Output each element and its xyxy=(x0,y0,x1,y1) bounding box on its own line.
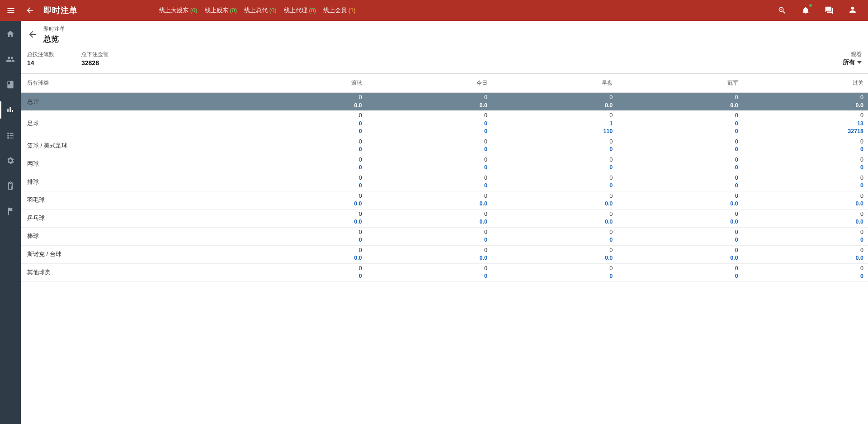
user-icon[interactable] xyxy=(847,5,858,16)
summary-bar: 总投注笔数 14 总下注金额 32828 观看 所有 xyxy=(21,47,868,74)
column-header: 早盘 xyxy=(492,74,617,93)
row-label[interactable]: 网球 xyxy=(21,155,241,173)
row-label[interactable]: 排球 xyxy=(21,173,241,191)
data-cell: 00 xyxy=(367,155,492,173)
gear-icon[interactable] xyxy=(0,154,21,167)
table-row[interactable]: 乒乓球00.000.000.000.000.0 xyxy=(21,209,868,227)
data-cell: 00.0 xyxy=(367,245,492,263)
column-header: 滚球 xyxy=(241,74,366,93)
data-cell: 00 xyxy=(241,227,366,245)
data-cell: 00 xyxy=(241,137,366,155)
data-cell: 00.0 xyxy=(617,209,742,227)
app-title: 即时注单 xyxy=(43,5,78,16)
data-cell: 00 xyxy=(241,263,366,281)
back-arrow-icon[interactable] xyxy=(24,5,35,16)
column-header: 所有球类 xyxy=(21,74,241,93)
row-label[interactable]: 斯诺克 / 台球 xyxy=(21,245,241,263)
row-label[interactable]: 乒乓球 xyxy=(21,209,241,227)
table-row[interactable]: 篮球 / 美式足球0000000000 xyxy=(21,137,868,155)
row-label[interactable]: 棒球 xyxy=(21,227,241,245)
online-status-item: 线上大股东 (0) xyxy=(159,6,198,14)
chevron-down-icon xyxy=(857,61,862,64)
data-cell: 00.0 xyxy=(367,209,492,227)
data-cell: 00.0 xyxy=(241,93,366,111)
data-cell: 00 xyxy=(241,173,366,191)
online-status-item: 线上股东 (0) xyxy=(205,6,237,14)
menu-icon[interactable] xyxy=(5,5,16,16)
data-cell: 00 xyxy=(492,263,617,281)
table-row-total[interactable]: 总计00.000.000.000.000.0 xyxy=(21,93,868,111)
data-cell: 00 xyxy=(492,227,617,245)
book-icon[interactable] xyxy=(0,78,21,91)
data-cell: 00.0 xyxy=(743,209,868,227)
data-cell: 00.0 xyxy=(743,93,868,111)
data-cell: 00 xyxy=(743,263,868,281)
row-label[interactable]: 篮球 / 美式足球 xyxy=(21,137,241,155)
page-back-icon[interactable] xyxy=(27,29,38,40)
clipboard-icon[interactable] xyxy=(0,179,21,193)
data-cell: 00 xyxy=(367,173,492,191)
column-header: 今日 xyxy=(367,74,492,93)
data-cell: 01332718 xyxy=(743,111,868,137)
data-cell: 00.0 xyxy=(492,209,617,227)
online-status-bar: 线上大股东 (0)线上股东 (0)线上总代 (0)线上代理 (0)线上会员 (1… xyxy=(159,6,356,14)
table-row[interactable]: 棒球0000000000 xyxy=(21,227,868,245)
data-cell: 00 xyxy=(492,173,617,191)
total-stake-label: 总下注金额 xyxy=(81,51,108,58)
table-row[interactable]: 足球0000000111000001332718 xyxy=(21,111,868,137)
data-cell: 00 xyxy=(367,227,492,245)
data-cell: 00 xyxy=(617,227,742,245)
table-row[interactable]: 羽毛球00.000.000.000.000.0 xyxy=(21,191,868,209)
data-cell: 00.0 xyxy=(492,245,617,263)
table-row[interactable]: 排球0000000000 xyxy=(21,173,868,191)
chart-icon[interactable] xyxy=(0,103,21,117)
row-label[interactable]: 总计 xyxy=(21,93,241,111)
flag-icon[interactable] xyxy=(0,205,21,218)
data-cell: 00.0 xyxy=(492,93,617,111)
data-cell: 00 xyxy=(492,137,617,155)
row-label[interactable]: 其他球类 xyxy=(21,263,241,281)
online-status-item: 线上总代 (0) xyxy=(244,6,277,14)
row-label[interactable]: 足球 xyxy=(21,111,241,137)
data-cell: 00.0 xyxy=(241,191,366,209)
data-cell: 00.0 xyxy=(743,191,868,209)
data-cell: 00.0 xyxy=(492,191,617,209)
row-label[interactable]: 羽毛球 xyxy=(21,191,241,209)
data-cell: 000 xyxy=(241,111,366,137)
data-cell: 00 xyxy=(367,263,492,281)
table-row[interactable]: 网球0000000000 xyxy=(21,155,868,173)
view-filter-value: 所有 xyxy=(843,58,855,67)
table-row[interactable]: 斯诺克 / 台球00.000.000.000.000.0 xyxy=(21,245,868,263)
data-cell: 00.0 xyxy=(617,245,742,263)
data-cell: 00.0 xyxy=(367,191,492,209)
data-cell: 00 xyxy=(743,155,868,173)
table-row[interactable]: 其他球类0000000000 xyxy=(21,263,868,281)
home-icon[interactable] xyxy=(0,27,21,41)
topbar: 即时注单 线上大股东 (0)线上股东 (0)线上总代 (0)线上代理 (0)线上… xyxy=(0,0,868,21)
group-icon[interactable] xyxy=(0,52,21,66)
view-filter[interactable]: 观看 所有 xyxy=(843,51,862,67)
main-content: 即时注单 总览 总投注笔数 14 总下注金额 32828 观看 所有 xyxy=(21,21,868,424)
list-icon[interactable] xyxy=(0,129,21,142)
data-cell: 00.0 xyxy=(367,93,492,111)
total-bets-value: 14 xyxy=(27,59,54,67)
data-cell: 00 xyxy=(617,137,742,155)
data-cell: 00 xyxy=(241,155,366,173)
data-cell: 00.0 xyxy=(743,245,868,263)
data-cell: 00 xyxy=(617,173,742,191)
total-bets-label: 总投注笔数 xyxy=(27,51,54,58)
online-status-item: 线上代理 (0) xyxy=(284,6,316,14)
view-filter-label: 观看 xyxy=(843,51,862,58)
data-cell: 01110 xyxy=(492,111,617,137)
overview-table: 所有球类滚球今日早盘冠军过关 总计00.000.000.000.000.0足球0… xyxy=(21,74,868,282)
breadcrumb: 即时注单 xyxy=(43,25,65,33)
column-header: 冠军 xyxy=(617,74,742,93)
data-cell: 00.0 xyxy=(241,209,366,227)
chat-icon[interactable] xyxy=(824,5,835,16)
page-title: 总览 xyxy=(43,34,65,44)
data-cell: 00.0 xyxy=(617,93,742,111)
total-stake-value: 32828 xyxy=(81,59,108,67)
sidebar xyxy=(0,21,21,424)
search-zoom-icon[interactable] xyxy=(777,5,788,16)
bell-icon[interactable] xyxy=(800,5,811,16)
